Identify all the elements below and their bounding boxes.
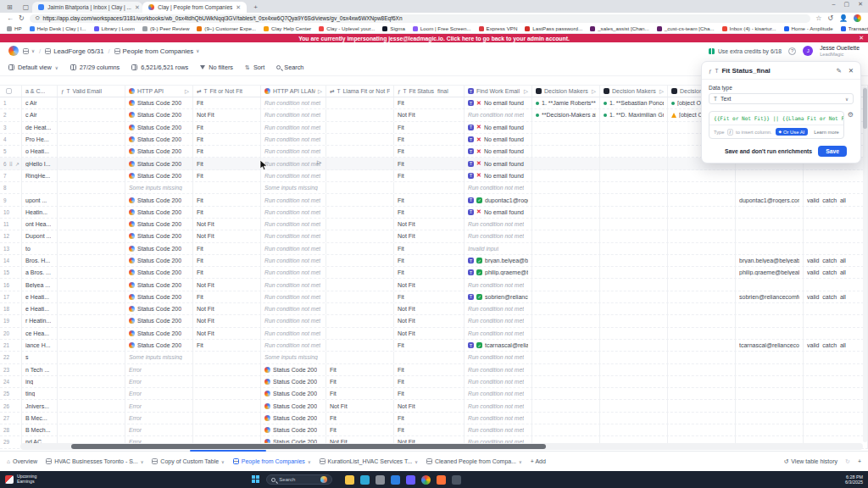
cell-valid_email[interactable] bbox=[58, 255, 125, 266]
cell-fit_final[interactable]: Fit bbox=[394, 243, 465, 254]
cell-verify[interactable] bbox=[804, 388, 868, 399]
cell-fit[interactable]: Not Fit bbox=[193, 219, 261, 230]
cell-http_api[interactable]: Status Code 200 bbox=[125, 170, 193, 181]
column-header-dm2[interactable]: Decision Makers (2)▷ bbox=[600, 86, 668, 97]
cell-gutter[interactable]: 12 bbox=[0, 230, 22, 241]
cell-company[interactable]: ce Hea... bbox=[22, 328, 58, 339]
breadcrumb-workbook[interactable]: LeadForge 05/31 bbox=[45, 47, 103, 55]
cell-llama_fit[interactable] bbox=[326, 122, 394, 133]
cell-dm2[interactable] bbox=[600, 230, 668, 241]
vertical-scrollbar[interactable] bbox=[863, 86, 867, 442]
cell-fit_final[interactable]: Fit bbox=[394, 97, 465, 108]
cell-fit[interactable]: Not Fit bbox=[193, 328, 261, 339]
cell-find_email[interactable]: T✓bryan.belyea@belye... bbox=[465, 255, 532, 266]
cell-valid_email[interactable] bbox=[58, 182, 125, 193]
cell-fit_final[interactable]: Fit bbox=[394, 388, 465, 399]
cell-http_api[interactable]: Status Code 200 bbox=[125, 194, 193, 205]
cell-llama_api[interactable]: Run condition not met bbox=[261, 315, 326, 326]
cell-dm3[interactable] bbox=[668, 424, 736, 435]
cell-gutter[interactable]: 6⠿↗ bbox=[0, 158, 22, 169]
cell-llama_fit[interactable]: Not Fit bbox=[326, 400, 394, 411]
cell-llama_api[interactable]: Status Code 200 bbox=[261, 400, 326, 411]
bookmark-item[interactable]: Inbox (4) - kisartur... bbox=[722, 25, 776, 31]
sheet-tab-2[interactable]: Copy of Custom Table∨ bbox=[152, 458, 224, 464]
cell-valid_email[interactable] bbox=[58, 340, 125, 351]
cell-find_email[interactable]: T✓dupontac1@rogers... bbox=[465, 194, 532, 205]
cell-dm1[interactable] bbox=[532, 230, 600, 241]
column-header-valid_email[interactable]: ƒTValid Email bbox=[58, 86, 125, 97]
cell-dm1[interactable] bbox=[532, 267, 600, 278]
start-button[interactable] bbox=[252, 475, 260, 484]
cell-email[interactable] bbox=[736, 424, 804, 435]
column-header-company[interactable]: a & C... bbox=[22, 86, 58, 97]
bookmark-item[interactable]: (9-) Peer Review bbox=[142, 25, 189, 31]
cell-llama_fit[interactable] bbox=[326, 279, 394, 290]
cell-dm3[interactable] bbox=[668, 194, 736, 205]
cell-find_email[interactable]: Run condition not met bbox=[465, 109, 532, 120]
cell-gutter[interactable]: 21 bbox=[0, 340, 22, 351]
cell-valid_email[interactable] bbox=[58, 146, 125, 157]
cell-valid_email[interactable] bbox=[58, 122, 125, 133]
cell-company[interactable]: Jnivers... bbox=[22, 400, 58, 411]
cell-email[interactable] bbox=[736, 328, 804, 339]
cell-find_email[interactable]: T✕No email found bbox=[465, 134, 532, 145]
cell-dm3[interactable] bbox=[668, 230, 736, 241]
column-header-fit_final[interactable]: ƒTFit Status_final bbox=[394, 86, 465, 97]
run-column-icon[interactable]: ▷ bbox=[318, 88, 322, 95]
cell-company[interactable]: Bros. H... bbox=[22, 255, 58, 266]
cell-fit_final[interactable]: Not Fit bbox=[394, 219, 465, 230]
cell-llama_api[interactable]: Run condition not met bbox=[261, 122, 326, 133]
cell-fit[interactable] bbox=[193, 352, 261, 363]
horizontal-scrollbar[interactable] bbox=[20, 443, 863, 450]
cell-gutter[interactable]: 11 bbox=[0, 219, 22, 230]
cell-fit[interactable]: Fit bbox=[193, 134, 261, 145]
cell-fit_final[interactable]: Fit bbox=[394, 267, 465, 278]
close-window-icon[interactable]: ✕ bbox=[858, 1, 863, 8]
row-number[interactable]: 8 bbox=[3, 185, 7, 191]
cell-fit_final[interactable]: Not Fit bbox=[394, 303, 465, 314]
cell-llama_fit[interactable]: Fit bbox=[326, 364, 394, 375]
column-header-fit[interactable]: ⇄TFit or Not Fit bbox=[193, 86, 261, 97]
cell-find_email[interactable]: Run condition not met bbox=[465, 352, 532, 363]
cell-gutter[interactable]: 2 bbox=[0, 109, 22, 120]
cell-fit[interactable]: Fit bbox=[193, 158, 261, 169]
cell-verify[interactable] bbox=[804, 230, 868, 241]
code-icon[interactable] bbox=[452, 475, 461, 485]
cell-find_email[interactable]: Run condition not met bbox=[465, 376, 532, 387]
cell-dm3[interactable] bbox=[668, 388, 736, 399]
chrome-icon[interactable] bbox=[421, 475, 431, 485]
cell-http_api[interactable]: Status Code 200 bbox=[125, 230, 193, 241]
cell-gutter[interactable]: 18 bbox=[0, 303, 22, 314]
bookmark-item[interactable]: Clay Help Center bbox=[264, 25, 311, 31]
cell-llama_fit[interactable] bbox=[326, 243, 394, 254]
cell-fit_final[interactable]: Not Fit bbox=[394, 400, 465, 411]
cell-dm3[interactable] bbox=[668, 182, 736, 193]
cell-email[interactable] bbox=[736, 279, 804, 290]
cell-valid_email[interactable] bbox=[58, 352, 125, 363]
cell-llama_fit[interactable] bbox=[326, 219, 394, 230]
row-number[interactable]: 19 bbox=[3, 318, 9, 324]
cell-dm1[interactable] bbox=[532, 255, 600, 266]
cell-fit[interactable]: Not Fit bbox=[193, 279, 261, 290]
cell-company[interactable]: ont Hea... bbox=[22, 219, 58, 230]
cell-gutter[interactable]: 15 bbox=[0, 267, 22, 278]
sync-icon[interactable]: ↺ bbox=[827, 14, 833, 22]
cell-valid_email[interactable] bbox=[58, 243, 125, 254]
cell-email[interactable]: dupontac1@rogers.com bbox=[736, 194, 804, 205]
cell-fit[interactable]: Fit bbox=[193, 267, 261, 278]
browser-profile-icon[interactable] bbox=[854, 14, 861, 22]
url-input[interactable]: ⛭ https://app.clay.com/workspaces/3181/w… bbox=[30, 14, 810, 23]
cell-http_api[interactable]: Status Code 200 bbox=[125, 255, 193, 266]
cell-llama_api[interactable]: Run condition not met bbox=[261, 207, 326, 218]
cell-find_email[interactable]: Run condition not met bbox=[465, 182, 532, 193]
cell-dm2[interactable] bbox=[600, 255, 668, 266]
cell-fit[interactable]: Fit bbox=[193, 207, 261, 218]
cell-gutter[interactable]: 22 bbox=[0, 352, 22, 363]
cell-dm1[interactable] bbox=[532, 182, 600, 193]
cell-company[interactable]: c Air bbox=[22, 109, 58, 120]
cell-company[interactable]: Heatin... bbox=[22, 207, 58, 218]
cell-email[interactable] bbox=[736, 364, 804, 375]
cell-find_email[interactable]: Run condition not met bbox=[465, 413, 532, 424]
news-widget[interactable]: Upcoming Earnings bbox=[5, 474, 36, 485]
cell-http_api[interactable]: Error bbox=[125, 413, 193, 424]
